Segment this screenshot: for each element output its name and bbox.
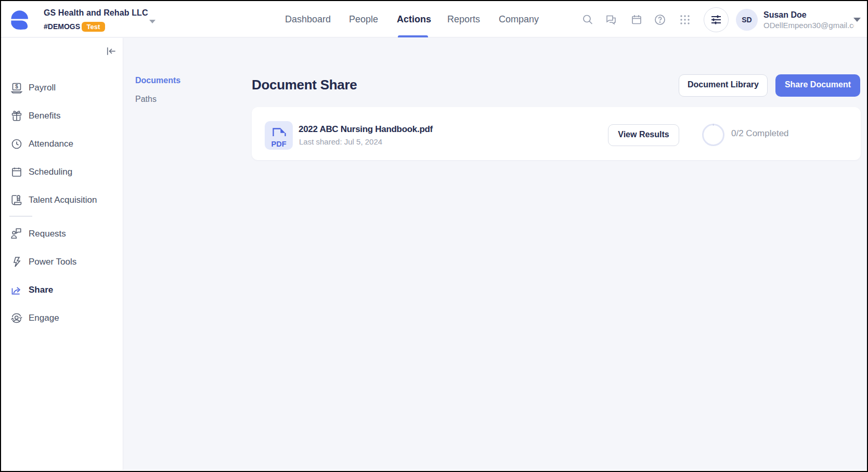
svg-text:PDF: PDF: [271, 140, 286, 148]
svg-text:$: $: [15, 84, 18, 89]
